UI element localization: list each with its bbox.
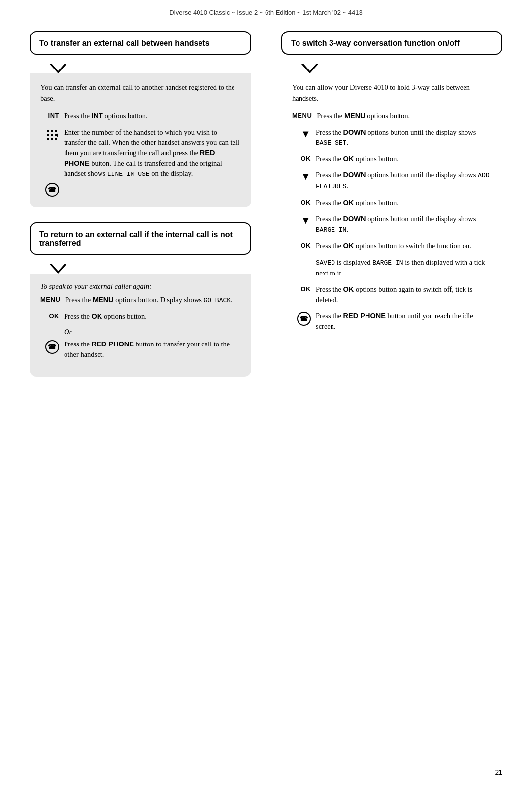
step-r-ok3: OK Press the OK options button to switch… (292, 241, 492, 251)
svg-rect-6 (47, 138, 49, 140)
step-r-down2-text: Press the DOWN options button until the … (316, 170, 492, 192)
svg-rect-0 (47, 130, 49, 132)
step-menu-s2-text: Press the MENU options button. Display s… (65, 295, 240, 306)
step-phone-s1-label: ☎ (40, 182, 59, 197)
section1-intro: You can transfer an external call to ano… (40, 82, 240, 104)
step-r-down2-label: ▼ (292, 170, 311, 182)
step-r-down1: ▼ Press the DOWN options button until th… (292, 127, 492, 148)
step-r-menu1-label: MENU (292, 111, 312, 119)
section1-arrow (49, 64, 67, 73)
section-r1-3way: To switch 3-way conversation function on… (281, 31, 502, 73)
step-ok-s2-label: OK (40, 311, 59, 320)
section1-title: To transfer an external call between han… (39, 39, 210, 47)
step-r-down3-text: Press the DOWN options button until the … (316, 214, 492, 235)
step-int-text: Press the INT options button. (64, 111, 240, 121)
step-r-saved-label (292, 257, 311, 258)
section-r1-title: To switch 3-way conversation function on… (291, 39, 460, 47)
svg-rect-7 (51, 138, 53, 140)
section-r1-arrow (301, 64, 319, 73)
section2-return: To return to an external call if the int… (30, 222, 251, 274)
step-r-ok3-text: Press the OK options button to switch th… (316, 241, 492, 251)
section1-transfer: To transfer an external call between han… (30, 31, 251, 73)
keypad-icon (45, 128, 59, 142)
step-r-ok1: OK Press the OK options button. (292, 154, 492, 164)
section2-title: To return to an external call if the int… (39, 230, 233, 247)
svg-rect-4 (51, 134, 53, 136)
step-menu-s2: MENU Press the MENU options button. Disp… (40, 295, 240, 306)
phone-icon-s2: ☎ (45, 340, 59, 354)
section1-step-area: You can transfer an external call to ano… (30, 73, 251, 207)
step-r-ok4-label: OK (292, 284, 311, 293)
step-keypad-label (40, 127, 59, 142)
svg-rect-3 (47, 134, 49, 136)
page-header: Diverse 4010 Classic ~ Issue 2 ~ 6th Edi… (0, 0, 532, 21)
step-r-down3: ▼ Press the DOWN options button until th… (292, 214, 492, 235)
step-r-ok1-label: OK (292, 154, 311, 162)
left-column: To transfer an external call between han… (30, 31, 256, 391)
step-r-phone: ☎ Press the RED PHONE button until you r… (292, 311, 492, 332)
section2-title-box: To return to an external call if the int… (30, 222, 251, 255)
or-text: Or (64, 328, 240, 336)
step-r-saved-text: SAVED is displayed BARGE IN is then disp… (316, 257, 492, 278)
section2-italic-intro: To speak to your external caller again: (40, 282, 240, 291)
step-r-ok4-text: Press the OK options button again to swi… (316, 284, 492, 305)
svg-text:☎: ☎ (48, 186, 57, 194)
step-phone-s2: ☎ Press the RED PHONE button to transfer… (40, 339, 240, 360)
svg-rect-8 (55, 138, 57, 140)
step-r-saved: SAVED is displayed BARGE IN is then disp… (292, 257, 492, 278)
step-r-ok2-label: OK (292, 198, 311, 206)
svg-text:☎: ☎ (48, 343, 57, 351)
step-menu-s2-label: MENU (40, 295, 60, 303)
page-number: 21 (495, 768, 502, 776)
step-r-phone-text: Press the RED PHONE button until you rea… (316, 311, 492, 332)
step-phone-s2-text: Press the RED PHONE button to transfer y… (64, 339, 240, 360)
svg-rect-2 (55, 130, 57, 132)
step-r-menu1: MENU Press the MENU options button. (292, 111, 492, 121)
phone-icon-r: ☎ (297, 312, 311, 326)
step-r-down3-label: ▼ (292, 214, 311, 226)
right-column: To switch 3-way conversation function on… (276, 31, 502, 391)
section1-title-box: To transfer an external call between han… (30, 31, 251, 55)
section2-step-area: To speak to your external caller again: … (30, 274, 251, 377)
svg-text:☎: ☎ (299, 315, 308, 323)
step-int-label: INT (40, 111, 59, 119)
step-r-menu1-text: Press the MENU options button. (317, 111, 492, 121)
section-r1-title-box: To switch 3-way conversation function on… (281, 31, 502, 55)
step-r-ok1-text: Press the OK options button. (316, 154, 492, 164)
phone-icon-s1: ☎ (45, 183, 59, 197)
step-r-down2: ▼ Press the DOWN options button until th… (292, 170, 492, 192)
step-r-ok3-label: OK (292, 241, 311, 249)
step-keypad-text: Enter the number of the handset to which… (64, 127, 240, 179)
svg-rect-1 (51, 130, 53, 132)
section-r1-intro: You can allow your Diverse 4010 to hold … (292, 82, 492, 104)
content-area: To transfer an external call between han… (0, 21, 532, 421)
section2-arrow (49, 264, 67, 274)
step-int: INT Press the INT options button. (40, 111, 240, 121)
step-r-ok2-text: Press the OK options button. (316, 198, 492, 208)
step-keypad: Enter the number of the handset to which… (40, 127, 240, 179)
section-r1-step-area: You can allow your Diverse 4010 to hold … (281, 73, 502, 348)
step-r-down1-label: ▼ (292, 127, 311, 139)
step-r-ok4: OK Press the OK options button again to … (292, 284, 492, 305)
step-phone-s1: ☎ (40, 182, 240, 197)
step-r-ok2: OK Press the OK options button. (292, 198, 492, 208)
header-text: Diverse 4010 Classic ~ Issue 2 ~ 6th Edi… (169, 9, 362, 16)
step-phone-s2-label: ☎ (40, 339, 59, 354)
step-ok-s2-text: Press the OK options button. (64, 311, 240, 322)
step-ok-s2: OK Press the OK options button. (40, 311, 240, 322)
step-r-down1-text: Press the DOWN options button until the … (316, 127, 492, 148)
step-r-phone-label: ☎ (292, 311, 311, 326)
